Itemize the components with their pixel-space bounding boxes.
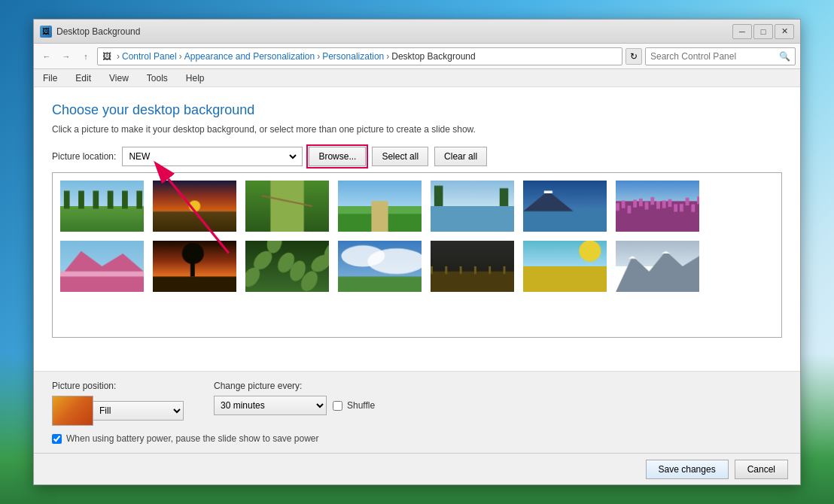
main-window: Desktop Background ─ □ ✕ ← → ↑ 🖼 › Contr… bbox=[33, 19, 801, 485]
controls-row: Picture location: NEW Browse... Select a… bbox=[52, 147, 782, 166]
image-grid-container[interactable] bbox=[52, 172, 782, 338]
battery-checkbox[interactable] bbox=[52, 434, 62, 444]
save-button[interactable]: Save changes bbox=[646, 460, 729, 479]
window-icon bbox=[40, 26, 52, 38]
image-thumb-10[interactable] bbox=[244, 239, 330, 293]
image-thumb-9[interactable] bbox=[151, 239, 238, 293]
content-area: Choose your desktop background Click a p… bbox=[34, 87, 800, 371]
page-title: Choose your desktop background bbox=[52, 102, 782, 118]
bottom-row1: Picture position: Fill Fit Stretch Tile … bbox=[52, 381, 782, 426]
interval-label: Change picture every: bbox=[214, 381, 375, 391]
search-icon[interactable]: 🔍 bbox=[779, 51, 790, 62]
address-bar: ← → ↑ 🖼 › Control Panel › Appearance and… bbox=[34, 44, 800, 69]
page-subtitle: Click a picture to make it your desktop … bbox=[52, 124, 782, 135]
image-thumb-11[interactable] bbox=[336, 239, 423, 293]
browse-button[interactable]: Browse... bbox=[309, 147, 366, 166]
image-thumb-5[interactable] bbox=[429, 179, 516, 233]
menu-edit[interactable]: Edit bbox=[72, 71, 94, 85]
image-thumb-14[interactable] bbox=[614, 239, 701, 293]
image-thumb-8[interactable] bbox=[59, 239, 145, 293]
window-controls: ─ □ ✕ bbox=[732, 24, 794, 39]
title-bar: Desktop Background ─ □ ✕ bbox=[34, 20, 800, 44]
menu-view[interactable]: View bbox=[106, 71, 132, 85]
back-button[interactable]: ← bbox=[38, 48, 55, 65]
close-button[interactable]: ✕ bbox=[775, 24, 794, 39]
up-button[interactable]: ↑ bbox=[78, 48, 94, 65]
image-thumb-1[interactable] bbox=[59, 179, 145, 233]
bottom-row2: When using battery power, pause the slid… bbox=[52, 433, 782, 444]
search-box[interactable]: 🔍 bbox=[645, 47, 796, 65]
bottom-section: Picture position: Fill Fit Stretch Tile … bbox=[34, 371, 800, 453]
image-thumb-13[interactable] bbox=[522, 239, 608, 293]
interval-group: Change picture every: 30 minutes 1 minut… bbox=[214, 381, 375, 415]
minimize-button[interactable]: ─ bbox=[732, 24, 752, 39]
window-title: Desktop Background bbox=[56, 26, 732, 37]
position-selector: Fill Fit Stretch Tile Center bbox=[52, 396, 184, 426]
clear-all-button[interactable]: Clear all bbox=[434, 147, 487, 166]
cancel-button[interactable]: Cancel bbox=[735, 460, 788, 479]
maximize-button[interactable]: □ bbox=[753, 24, 773, 39]
refresh-button[interactable]: ↻ bbox=[626, 48, 642, 65]
footer-bar: Save changes Cancel bbox=[34, 453, 800, 484]
image-grid bbox=[53, 173, 781, 299]
menu-file[interactable]: File bbox=[40, 71, 60, 85]
image-thumb-3[interactable] bbox=[244, 179, 330, 233]
image-thumb-2[interactable] bbox=[151, 179, 238, 233]
forward-button[interactable]: → bbox=[58, 48, 75, 65]
position-preview bbox=[52, 396, 93, 426]
interval-select[interactable]: 30 minutes 1 minute 10 minutes 1 hour 1 … bbox=[214, 396, 327, 415]
image-thumb-12[interactable] bbox=[429, 239, 516, 293]
interval-selector: 30 minutes 1 minute 10 minutes 1 hour 1 … bbox=[214, 396, 375, 415]
menu-help[interactable]: Help bbox=[183, 71, 208, 85]
shuffle-label: Shuffle bbox=[347, 400, 375, 411]
position-select[interactable]: Fill Fit Stretch Tile Center bbox=[93, 401, 184, 421]
shuffle-row: Shuffle bbox=[333, 400, 375, 411]
location-select[interactable]: NEW bbox=[126, 150, 299, 162]
image-thumb-6[interactable] bbox=[522, 179, 608, 233]
breadcrumb-control-panel[interactable]: Control Panel bbox=[122, 51, 177, 62]
menu-tools[interactable]: Tools bbox=[144, 71, 171, 85]
search-input[interactable] bbox=[650, 51, 779, 62]
position-group: Picture position: Fill Fit Stretch Tile … bbox=[52, 381, 184, 426]
shuffle-checkbox[interactable] bbox=[333, 401, 342, 411]
breadcrumb-appearance[interactable]: Appearance and Personalization bbox=[184, 51, 315, 62]
breadcrumb-current: Desktop Background bbox=[391, 51, 475, 62]
position-label: Picture position: bbox=[52, 381, 184, 391]
battery-row: When using battery power, pause the slid… bbox=[52, 433, 319, 444]
breadcrumb: 🖼 › Control Panel › Appearance and Perso… bbox=[97, 47, 622, 65]
battery-label: When using battery power, pause the slid… bbox=[66, 433, 319, 444]
location-dropdown[interactable]: NEW bbox=[122, 147, 303, 166]
image-thumb-7[interactable] bbox=[614, 179, 701, 233]
menu-bar: File Edit View Tools Help bbox=[34, 69, 800, 87]
breadcrumb-personalization[interactable]: Personalization bbox=[322, 51, 384, 62]
location-label: Picture location: bbox=[52, 151, 116, 162]
select-all-button[interactable]: Select all bbox=[372, 147, 428, 166]
image-thumb-4[interactable] bbox=[336, 179, 423, 233]
